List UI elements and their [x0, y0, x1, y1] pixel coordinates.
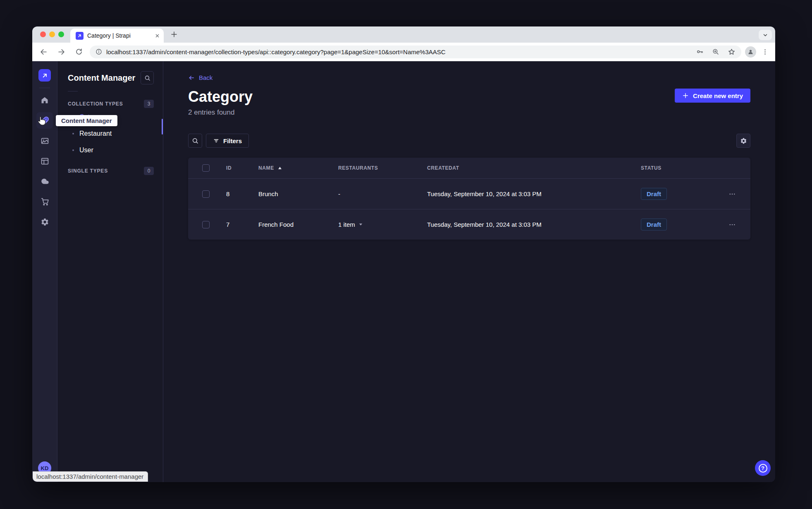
- single-types-count-badge: 0: [144, 167, 154, 175]
- column-header-id[interactable]: ID: [226, 165, 258, 171]
- row-checkbox[interactable]: [202, 190, 210, 198]
- sidebar-item-user[interactable]: User: [57, 142, 163, 158]
- browser-tab[interactable]: Category | Strapi: [70, 29, 164, 43]
- shopping-cart-icon: [41, 197, 49, 206]
- sidebar-item-media-library[interactable]: [36, 132, 53, 149]
- browser-profile-avatar[interactable]: [745, 46, 756, 58]
- cell-name: Brunch: [258, 190, 338, 197]
- strapi-admin-app: KD Content Manager COLLECTION TYPES 3: [32, 61, 775, 482]
- bookmark-star-icon[interactable]: [728, 48, 736, 56]
- cell-name: French Food: [258, 221, 338, 228]
- create-new-entry-label: Create new entry: [693, 92, 743, 99]
- filters-label: Filters: [223, 137, 242, 144]
- sidebar-item-content-type-builder[interactable]: [36, 153, 53, 169]
- home-icon: [41, 96, 49, 104]
- cell-restaurants[interactable]: 1 item: [338, 221, 427, 228]
- browser-menu-icon[interactable]: [760, 45, 770, 59]
- gear-icon: [41, 218, 49, 226]
- search-icon: [192, 137, 198, 144]
- sidebar-item-marketplace[interactable]: [36, 193, 53, 210]
- reload-icon[interactable]: [72, 45, 86, 59]
- browser-status-bar: localhost:1337/admin/content-manager: [33, 471, 148, 482]
- row-actions-menu-icon[interactable]: [728, 221, 736, 228]
- status-badge: Draft: [641, 218, 667, 230]
- window-controls: [40, 31, 64, 37]
- cell-id: 8: [226, 190, 258, 197]
- sidebar-item-settings[interactable]: [36, 214, 53, 230]
- browser-tab-strip: Category | Strapi: [32, 26, 775, 43]
- tab-title: Category | Strapi: [87, 32, 151, 39]
- main-content: Back Category 2 entries found Create new…: [163, 61, 775, 482]
- new-tab-button[interactable]: [170, 31, 178, 38]
- subnav-search-button[interactable]: [141, 71, 154, 84]
- active-item-indicator: [162, 119, 163, 134]
- plus-icon: [682, 92, 689, 99]
- back-navigation-icon[interactable]: [36, 45, 50, 59]
- collection-types-count-badge: 3: [144, 100, 154, 108]
- strapi-favicon-icon: [76, 32, 84, 40]
- column-header-restaurants[interactable]: RESTAURANTS: [338, 165, 427, 171]
- content-manager-tooltip: Content Manager: [56, 115, 117, 126]
- cell-createdat: Tuesday, September 10, 2024 at 3:03 PM: [427, 190, 641, 197]
- table-row[interactable]: 8 Brunch - Tuesday, September 10, 2024 a…: [188, 178, 750, 209]
- browser-toolbar: localhost:1337/admin/content-manager/col…: [32, 43, 775, 61]
- entries-table: ID NAME RESTAURANTS CREATEDAT STATUS 8: [188, 158, 750, 240]
- table-row[interactable]: 7 French Food 1 item Tuesday, September …: [188, 209, 750, 240]
- strapi-logo[interactable]: [38, 69, 51, 82]
- subnav-divider: [68, 91, 78, 91]
- question-mark-icon: ?: [759, 464, 767, 473]
- table-header-row: ID NAME RESTAURANTS CREATEDAT STATUS: [188, 158, 750, 178]
- collection-types-label: COLLECTION TYPES: [68, 101, 123, 107]
- media-library-icon: [41, 137, 49, 145]
- view-settings-button[interactable]: [736, 134, 750, 148]
- back-link[interactable]: Back: [188, 74, 213, 81]
- search-tabs-button[interactable]: [759, 30, 772, 40]
- status-badge: Draft: [641, 188, 667, 200]
- sidebar-item-cloud[interactable]: [36, 173, 53, 190]
- password-manager-icon[interactable]: [696, 48, 704, 55]
- single-types-label: SINGLE TYPES: [68, 168, 108, 174]
- sidebar-item-restaurant[interactable]: Restaurant: [57, 125, 163, 142]
- address-bar[interactable]: localhost:1337/admin/content-manager/col…: [90, 46, 741, 58]
- cell-id: 7: [226, 221, 258, 228]
- forward-navigation-icon[interactable]: [54, 45, 68, 59]
- row-checkbox[interactable]: [202, 221, 210, 228]
- url-text[interactable]: localhost:1337/admin/content-manager/col…: [106, 48, 688, 55]
- zoom-window-button[interactable]: [58, 31, 64, 37]
- column-header-status[interactable]: STATUS: [641, 165, 719, 171]
- minimize-window-button[interactable]: [49, 31, 55, 37]
- tab-close-icon[interactable]: [155, 34, 160, 38]
- column-header-name[interactable]: NAME: [258, 165, 338, 171]
- search-icon: [144, 75, 150, 81]
- cell-createdat: Tuesday, September 10, 2024 at 3:03 PM: [427, 221, 641, 228]
- rail-divider: [39, 88, 50, 88]
- filter-icon: [213, 137, 220, 144]
- select-all-checkbox[interactable]: [202, 164, 210, 172]
- zoom-page-icon[interactable]: [712, 48, 719, 55]
- sidebar-item-label: Restaurant: [79, 130, 112, 137]
- bullet-icon: [72, 149, 74, 151]
- content-type-builder-icon: [41, 157, 49, 166]
- sort-ascending-icon: [277, 166, 282, 170]
- chevron-down-icon: [358, 223, 363, 226]
- entries-count: 2 entries found: [188, 108, 253, 117]
- sidebar-item-label: User: [79, 146, 93, 154]
- row-actions-menu-icon[interactable]: [728, 190, 736, 198]
- page-title: Category: [188, 88, 253, 106]
- cloud-icon: [40, 177, 49, 186]
- gear-icon: [740, 137, 747, 144]
- mouse-cursor: [37, 116, 46, 126]
- create-new-entry-button[interactable]: Create new entry: [675, 89, 750, 103]
- sidebar-item-home[interactable]: [36, 92, 53, 108]
- back-label: Back: [199, 74, 213, 81]
- column-header-createdat[interactable]: CREATEDAT: [427, 165, 641, 171]
- search-entries-button[interactable]: [188, 134, 202, 148]
- cell-restaurants: -: [338, 190, 427, 197]
- help-button[interactable]: ?: [755, 460, 771, 476]
- close-window-button[interactable]: [40, 31, 46, 37]
- site-info-icon[interactable]: [96, 48, 102, 55]
- filters-button[interactable]: Filters: [206, 134, 249, 148]
- arrow-left-icon: [188, 74, 195, 81]
- browser-window: Category | Strapi localhost:1337/admin/c…: [32, 26, 775, 482]
- bullet-icon: [72, 133, 74, 134]
